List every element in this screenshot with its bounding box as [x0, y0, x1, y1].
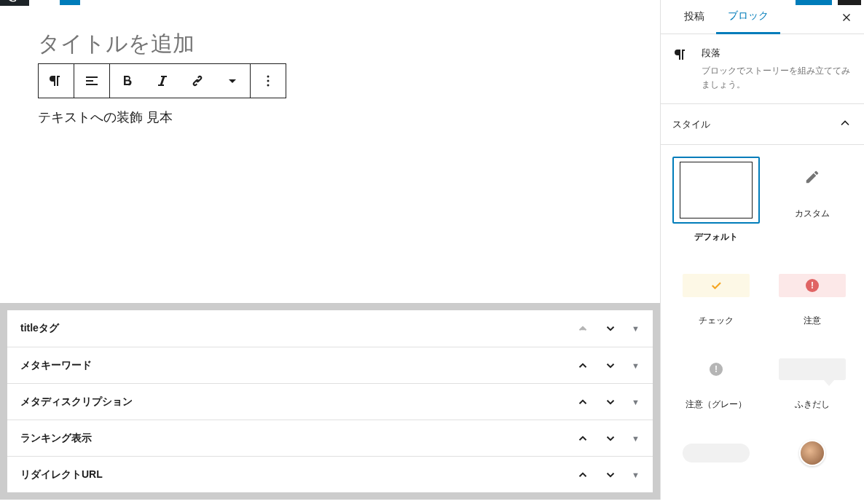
- style-option-avatar[interactable]: [769, 431, 856, 475]
- style-option-custom[interactable]: カスタム: [769, 157, 856, 243]
- pencil-icon: [804, 169, 820, 188]
- toggle-triangle-icon[interactable]: ▼: [632, 434, 640, 443]
- toggle-triangle-icon[interactable]: ▼: [632, 361, 640, 370]
- meta-box-row[interactable]: メタディスクリプション ▼: [7, 383, 653, 420]
- styles-panel-toggle[interactable]: スタイル: [661, 104, 864, 145]
- meta-box-row[interactable]: リダイレクトURL ▼: [7, 456, 653, 492]
- tab-post[interactable]: 投稿: [672, 0, 716, 34]
- tab-block[interactable]: ブロック: [716, 0, 780, 34]
- settings-sidebar: 投稿 ブロック 段落 ブロックでストーリーを組み立ててみましょう。 スタイル デ…: [660, 0, 864, 500]
- editor-column: タイトルを追加: [0, 0, 660, 500]
- meta-boxes-area: titleタグ ▼ メタキーワード ▼ メタディ: [0, 303, 660, 500]
- meta-box-title: ランキング表示: [20, 432, 92, 445]
- meta-box-row[interactable]: ランキング表示 ▼: [7, 420, 653, 456]
- style-label: ふきだし: [795, 398, 830, 411]
- post-title-input[interactable]: タイトルを追加: [38, 29, 621, 59]
- meta-box-row[interactable]: titleタグ ▼: [7, 310, 653, 347]
- style-label: デフォルト: [694, 231, 738, 243]
- svg-point-2: [267, 84, 270, 87]
- meta-box-title: リダイレクトURL: [20, 468, 103, 481]
- meta-box-row[interactable]: メタキーワード ▼: [7, 347, 653, 383]
- toggle-triangle-icon[interactable]: ▼: [632, 324, 640, 333]
- block-options-button[interactable]: [251, 64, 286, 98]
- style-label: 注意（グレー）: [686, 398, 747, 411]
- move-down-icon[interactable]: [604, 432, 617, 445]
- more-formatting-button[interactable]: [215, 64, 250, 98]
- block-description: 段落 ブロックでストーリーを組み立ててみましょう。: [661, 34, 864, 104]
- exclamation-icon: !: [806, 279, 819, 292]
- paragraph-block-text[interactable]: テキストへの装飾 見本: [38, 109, 621, 126]
- move-up-icon[interactable]: [576, 395, 589, 409]
- styles-panel-title: スタイル: [672, 118, 710, 131]
- svg-point-0: [267, 76, 270, 78]
- style-label: チェック: [699, 315, 734, 327]
- meta-box-title: メタキーワード: [20, 359, 92, 372]
- move-down-icon[interactable]: [604, 468, 617, 481]
- bold-button[interactable]: [110, 64, 145, 98]
- block-toolbar: [38, 63, 286, 98]
- paragraph-icon: [672, 46, 690, 63]
- avatar-icon: [799, 440, 825, 466]
- style-option-notice-gray[interactable]: ! 注意（グレー）: [672, 347, 760, 411]
- style-option-notice[interactable]: ! 注意: [769, 264, 856, 327]
- style-option-default[interactable]: デフォルト: [672, 157, 760, 243]
- toggle-triangle-icon[interactable]: ▼: [632, 470, 640, 479]
- style-option-speech[interactable]: ふきだし: [769, 347, 856, 411]
- move-down-icon[interactable]: [604, 395, 617, 409]
- exclamation-icon: !: [710, 363, 723, 376]
- block-desc-text: ブロックでストーリーを組み立ててみましょう。: [702, 64, 852, 92]
- move-up-icon: [576, 322, 589, 335]
- close-sidebar-button[interactable]: [838, 9, 855, 26]
- move-up-icon[interactable]: [576, 468, 589, 481]
- move-up-icon[interactable]: [576, 432, 589, 445]
- meta-box-title: メタディスクリプション: [20, 395, 133, 409]
- italic-button[interactable]: [145, 64, 180, 98]
- link-button[interactable]: [180, 64, 215, 98]
- block-styles-grid: デフォルト カスタム チェック ! 注意 ! 注意（グレー） ふきだし: [661, 145, 864, 487]
- block-name: 段落: [702, 46, 852, 61]
- svg-point-1: [267, 80, 270, 82]
- paragraph-block-icon[interactable]: [39, 64, 74, 98]
- move-up-icon[interactable]: [576, 359, 589, 372]
- meta-box-title: titleタグ: [20, 322, 59, 335]
- align-button[interactable]: [74, 64, 109, 98]
- style-label: 注意: [804, 315, 821, 327]
- style-label: カスタム: [795, 208, 830, 220]
- toggle-triangle-icon[interactable]: ▼: [632, 398, 640, 406]
- style-option-plain[interactable]: [672, 431, 760, 475]
- move-down-icon[interactable]: [604, 359, 617, 372]
- chevron-up-icon: [838, 116, 852, 133]
- move-down-icon[interactable]: [604, 322, 617, 335]
- style-option-check[interactable]: チェック: [672, 264, 760, 327]
